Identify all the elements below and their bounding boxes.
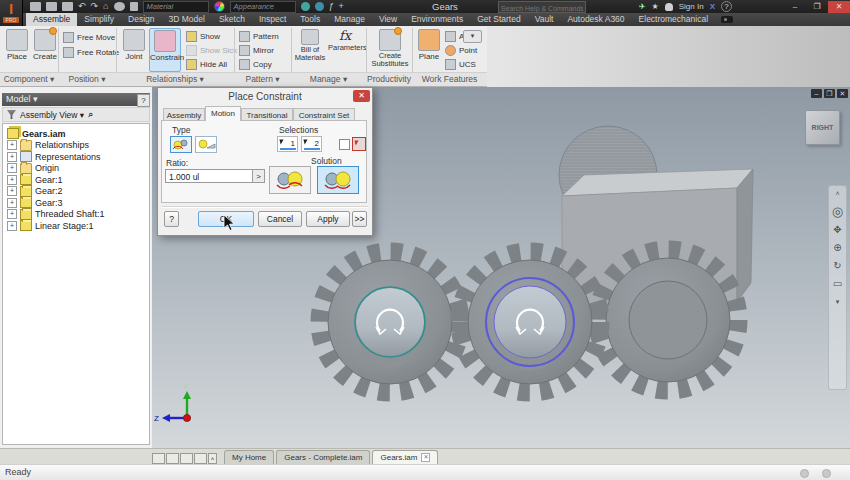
filter-icon[interactable] xyxy=(7,110,16,119)
doc-close-button[interactable]: ✕ xyxy=(837,89,848,98)
screen-record-icon[interactable] xyxy=(721,16,733,23)
arrange-horizontal-icon[interactable] xyxy=(180,453,193,464)
tab-gears-iam[interactable]: Gears.iam✕ xyxy=(372,450,438,464)
help-search-box[interactable] xyxy=(498,1,586,13)
measure-icon[interactable] xyxy=(130,2,138,11)
dialog-close-button[interactable]: ✕ xyxy=(353,90,370,102)
mirror-button[interactable]: Mirror xyxy=(239,44,274,57)
parameters-button[interactable]: fx Parameters xyxy=(328,28,362,72)
pattern-button[interactable]: Pattern xyxy=(239,30,279,43)
app-logo[interactable]: I PRO xyxy=(0,0,23,26)
cancel-button[interactable]: Cancel xyxy=(258,211,302,227)
tab-simplify[interactable]: Simplify xyxy=(77,13,121,26)
ucs-button[interactable]: UCS xyxy=(445,58,476,71)
navbar-more-icon[interactable]: ▾ xyxy=(836,296,840,308)
create-button[interactable]: Create xyxy=(31,28,59,72)
place-button[interactable]: Place xyxy=(3,28,31,72)
ratio-flyout-button[interactable]: > xyxy=(253,169,265,183)
tab-motion[interactable]: Motion xyxy=(205,106,241,121)
maximize-button[interactable]: ❐ xyxy=(806,1,828,13)
render-icon[interactable] xyxy=(114,2,125,11)
pan-icon[interactable]: ✥ xyxy=(833,224,841,236)
tree-item-linear-stage-1[interactable]: + Linear Stage:1 xyxy=(3,220,149,232)
material-combobox[interactable]: Material xyxy=(143,1,209,13)
hide-all-button[interactable]: Hide All xyxy=(186,58,227,71)
appearance-combobox[interactable]: Appearance xyxy=(230,1,296,13)
undo-icon[interactable]: ↶ xyxy=(78,2,86,11)
create-substitutes-button[interactable]: Create Substitutes xyxy=(370,28,410,72)
open-icon[interactable] xyxy=(46,2,57,11)
star-icon[interactable]: ★ xyxy=(652,2,659,11)
first-selection-button[interactable]: 1 xyxy=(277,136,298,152)
more-options-button[interactable]: >> xyxy=(352,211,367,227)
dialog-help-button[interactable]: ? xyxy=(164,211,179,227)
save-icon[interactable] xyxy=(62,2,73,11)
tab-manage[interactable]: Manage xyxy=(327,13,372,26)
tree-item-relationships[interactable]: + Relationships xyxy=(3,140,149,152)
solution-forward-button[interactable] xyxy=(269,166,311,194)
plane-button[interactable]: Plane xyxy=(415,28,443,72)
fx-parameters-icon[interactable]: ƒ xyxy=(329,2,334,11)
color-wheel-icon[interactable] xyxy=(214,1,225,12)
new-file-icon[interactable] xyxy=(30,2,41,11)
pattern-group-label[interactable]: Pattern ▾ xyxy=(234,72,291,86)
rotation-type-button[interactable] xyxy=(170,136,192,153)
show-button[interactable]: Show xyxy=(186,30,220,43)
cascade-windows-icon[interactable] xyxy=(152,453,165,464)
doc-minimize-button[interactable]: – xyxy=(811,89,822,98)
apply-button[interactable]: Apply xyxy=(306,211,350,227)
tab-inspect[interactable]: Inspect xyxy=(252,13,293,26)
joint-button[interactable]: Joint xyxy=(120,28,148,72)
tab-environments[interactable]: Environments xyxy=(404,13,470,26)
view-selector[interactable]: Assembly View ▾ xyxy=(20,110,84,120)
doc-restore-button[interactable]: ❐ xyxy=(824,89,835,98)
viewcube[interactable]: RIGHT xyxy=(805,110,840,145)
tab-electromechanical[interactable]: Electromechanical xyxy=(632,13,715,26)
send-icon[interactable]: ✈ xyxy=(639,2,646,11)
close-button[interactable]: ✕ xyxy=(828,1,850,13)
relationships-group-label[interactable]: Relationships ▾ xyxy=(116,72,234,86)
copy-button[interactable]: Copy xyxy=(239,58,272,71)
clear-overrides-icon[interactable] xyxy=(315,2,324,11)
expand-icon[interactable]: + xyxy=(7,221,17,231)
browser-help-button[interactable]: ? xyxy=(137,94,150,107)
constrain-button[interactable]: Constrain xyxy=(149,28,181,72)
solution-reverse-button[interactable] xyxy=(317,166,359,194)
expand-icon[interactable]: + xyxy=(7,209,17,219)
gear-2[interactable] xyxy=(460,252,600,392)
zoom-icon[interactable]: ⊕ xyxy=(833,242,841,254)
home-icon[interactable]: ⌂ xyxy=(103,2,108,11)
tab-tools[interactable]: Tools xyxy=(293,13,327,26)
navigation-wheel-icon[interactable]: ◎ xyxy=(832,206,843,218)
expand-icon[interactable]: + xyxy=(7,175,17,185)
arrange-vertical-icon[interactable] xyxy=(194,453,207,464)
free-rotate-button[interactable]: Free Rotate xyxy=(63,46,119,59)
exchange-icon[interactable]: X xyxy=(710,2,715,11)
manage-group-label[interactable]: Manage ▾ xyxy=(291,72,366,86)
tab-close-icon[interactable]: ✕ xyxy=(421,453,430,462)
sign-in-link[interactable]: Sign In xyxy=(679,2,704,11)
point-button[interactable]: Point xyxy=(445,44,477,57)
redo-icon[interactable]: ↷ xyxy=(91,2,99,11)
tab-3d-model[interactable]: 3D Model xyxy=(162,13,212,26)
expand-icon[interactable]: + xyxy=(7,152,17,162)
tabbar-expand-icon[interactable]: ˄ xyxy=(208,453,217,464)
tab-vault[interactable]: Vault xyxy=(528,13,561,26)
tab-sketch[interactable]: Sketch xyxy=(212,13,252,26)
expand-icon[interactable]: + xyxy=(7,163,17,173)
orbit-icon[interactable]: ↻ xyxy=(833,260,841,272)
rotation-translation-type-button[interactable] xyxy=(195,136,217,153)
tab-assemble[interactable]: Assemble xyxy=(26,13,77,26)
tab-get-started[interactable]: Get Started xyxy=(470,13,527,26)
search-input[interactable] xyxy=(499,4,585,14)
pick-part-first-checkbox[interactable] xyxy=(339,139,350,150)
gear-1[interactable] xyxy=(320,252,460,392)
minimize-button[interactable]: – xyxy=(784,1,806,13)
second-selection-button[interactable]: 2 xyxy=(301,136,322,152)
ratio-input[interactable]: 1.000 ul xyxy=(165,169,253,183)
position-group-label[interactable]: Position ▾ xyxy=(58,72,116,86)
gear-3[interactable] xyxy=(598,250,738,390)
person-icon[interactable] xyxy=(665,3,673,11)
bill-of-materials-button[interactable]: Bill of Materials xyxy=(294,28,326,72)
ribbon-overflow-button[interactable]: ▾ xyxy=(463,30,482,43)
